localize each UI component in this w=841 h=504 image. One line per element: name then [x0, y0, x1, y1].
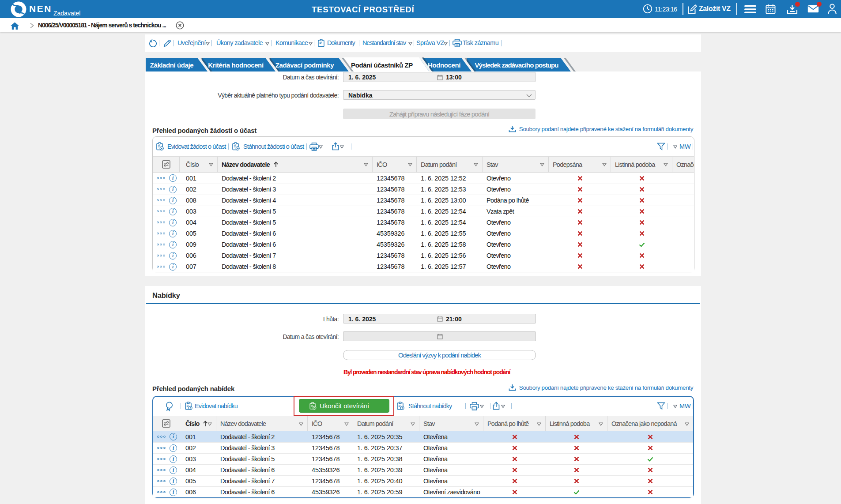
svg-text:Základní údaje: Základní údaje	[150, 61, 194, 69]
svg-text:Zadávací podmínky: Zadávací podmínky	[275, 61, 334, 69]
svg-text:Hodnocení: Hodnocení	[428, 61, 461, 69]
svg-text:Výsledek zadávacího postupu: Výsledek zadávacího postupu	[475, 61, 558, 69]
svg-text:Podání účastníků ZP: Podání účastníků ZP	[351, 61, 413, 69]
svg-text:Kritéria hodnocení: Kritéria hodnocení	[208, 61, 264, 69]
